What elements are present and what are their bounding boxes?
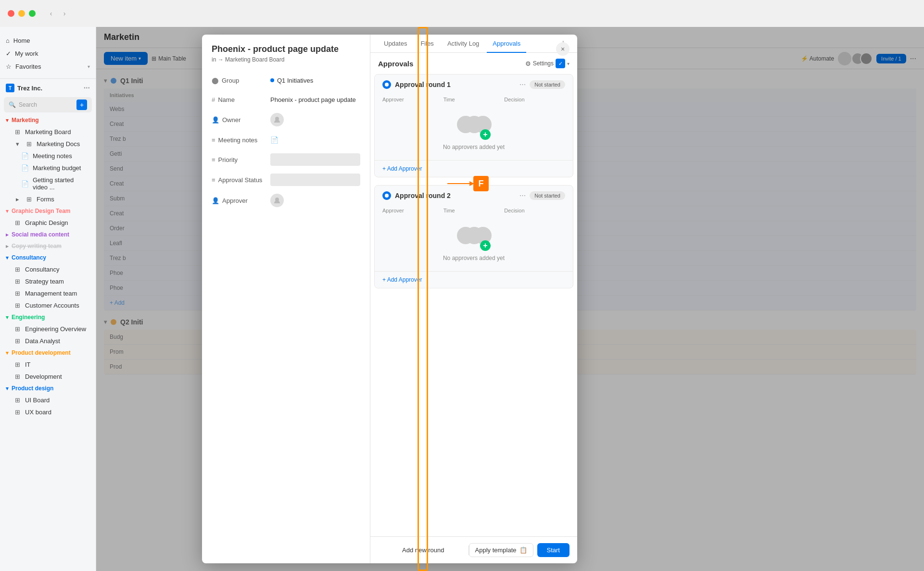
group-engineering-label: Engineering: [12, 314, 45, 321]
sidebar-item-eng-overview[interactable]: ⊞ Engineering Overview: [0, 323, 96, 335]
add-new-round-button[interactable]: Add new round: [378, 543, 468, 558]
round-col-approver-2: Approver: [382, 208, 443, 213]
annotation-arrow-line: [447, 183, 471, 184]
sidebar-item-development[interactable]: ⊞ Development: [0, 371, 96, 383]
traffic-lights: [8, 10, 36, 17]
approvals-body: Approval round 1 ··· Not started Approve…: [370, 74, 577, 536]
board-icon-des2: ⊞: [13, 409, 21, 416]
round-2-options-icon[interactable]: ···: [519, 191, 526, 200]
settings-chevron-icon: ▾: [567, 61, 570, 66]
tab-updates[interactable]: Updates: [378, 35, 413, 53]
field-priority: ≡ Priority: [202, 149, 370, 170]
sidebar-item-it[interactable]: ⊞ IT: [0, 359, 96, 371]
round-1-options-icon[interactable]: ···: [519, 80, 526, 89]
sidebar-divider: [0, 78, 96, 79]
sidebar-item-ux-board[interactable]: ⊞ UX board: [0, 406, 96, 418]
sidebar-item-customer-accounts[interactable]: ⊞ Customer Accounts: [0, 299, 96, 311]
board-icon-des1: ⊞: [13, 397, 21, 404]
board-icon-e1: ⊞: [13, 325, 21, 333]
maximize-traffic-light[interactable]: [29, 10, 36, 17]
forward-arrow[interactable]: ›: [59, 8, 70, 19]
round-2-status-badge: Not started: [530, 191, 565, 200]
apply-template-button[interactable]: Apply template 📋: [469, 543, 533, 557]
sidebar-item-graphic-design[interactable]: ⊞ Graphic Design: [0, 217, 96, 229]
main-content: Marketin New item ▾ ⊞ Main Table ⚡ Autom…: [96, 27, 924, 571]
sidebar-item-home[interactable]: ⌂ Home: [6, 35, 90, 47]
sidebar-item-ui-board[interactable]: ⊞ UI Board: [0, 394, 96, 406]
sidebar-group-copywriting[interactable]: ▸ Copy writing team: [0, 240, 96, 252]
sidebar-group-consultancy[interactable]: ▾ Consultancy: [0, 252, 96, 263]
approval-round-2: Approval round 2 ··· Not started Approve…: [374, 185, 573, 288]
field-value-name[interactable]: Phoenix - product page update: [270, 96, 360, 103]
add-board-button[interactable]: +: [76, 99, 87, 110]
sidebar-group-product-dev[interactable]: ▾ Product development: [0, 347, 96, 359]
group-graphic-label: Graphic Design Team: [12, 208, 70, 214]
no-approvers-text-2: No approvers added yet: [443, 255, 505, 261]
round-2-name: Approval round 2: [395, 192, 516, 199]
sidebar-item-marketing-board[interactable]: ⊞ Marketing Board: [0, 126, 96, 138]
sidebar-group-marketing[interactable]: ▾ Marketing: [0, 114, 96, 126]
sidebar-item-consultancy[interactable]: ⊞ Consultancy: [0, 263, 96, 275]
field-value-priority[interactable]: [270, 153, 360, 166]
sidebar-item-marketing-docs[interactable]: ▾ ⊞ Marketing Docs: [0, 138, 96, 150]
start-button[interactable]: Start: [537, 543, 570, 557]
chevron-social-icon: ▸: [6, 232, 9, 238]
workspace-options-icon[interactable]: ···: [84, 84, 90, 92]
sidebar-item-strategy[interactable]: ⊞ Strategy team: [0, 275, 96, 287]
add-approver-button-1[interactable]: + Add Approver: [375, 160, 573, 177]
minimize-traffic-light[interactable]: [18, 10, 25, 17]
add-approver-button-2[interactable]: + Add Approver: [375, 271, 573, 288]
round-2-columns: Approver Time Decision: [375, 206, 573, 217]
board-icon-c4: ⊞: [13, 302, 21, 309]
doc-icon-1: 📄: [21, 152, 29, 160]
sidebar-item-favorites[interactable]: ☆ Favorites ▾: [6, 61, 90, 73]
no-approvers-text-1: No approvers added yet: [443, 144, 505, 150]
close-traffic-light[interactable]: [8, 10, 14, 17]
workspace-logo: T: [6, 84, 14, 92]
field-label-name: # Name: [212, 96, 265, 103]
field-value-notes[interactable]: 📄: [270, 136, 360, 144]
sidebar-item-mywork[interactable]: ✓ My work: [6, 48, 90, 60]
sidebar-item-forms[interactable]: ▸ ⊞ Forms: [0, 193, 96, 205]
sidebar-group-engineering[interactable]: ▾ Engineering: [0, 311, 96, 323]
search-icon: 🔍: [9, 101, 16, 108]
sidebar-group-social[interactable]: ▸ Social media content: [0, 229, 96, 240]
chevron-copy-icon: ▸: [6, 243, 9, 249]
group-field-icon: ⬤: [212, 77, 219, 84]
board-icon-gd: ⊞: [13, 219, 21, 226]
approval-status-icon: ≡: [212, 176, 215, 184]
sidebar-item-marketing-budget[interactable]: 📄 Marketing budget: [0, 162, 96, 174]
modal-title: Phoenix - product page update: [212, 44, 360, 54]
sidebar-item-meeting-notes[interactable]: 📄 Meeting notes: [0, 150, 96, 162]
sidebar-item-getting-started[interactable]: 📄 Getting started video ...: [0, 174, 96, 193]
sidebar-item-management[interactable]: ⊞ Management team: [0, 287, 96, 299]
field-value-owner[interactable]: [270, 113, 360, 126]
round-1-header: Approval round 1 ··· Not started: [375, 74, 573, 95]
field-label-owner: 👤 Owner: [212, 116, 265, 124]
field-label-approval-status: ≡ Approval Status: [212, 176, 265, 184]
field-value-approver[interactable]: [270, 194, 360, 207]
sidebar-group-product-design[interactable]: ▾ Product design: [0, 383, 96, 394]
board-icon-e2: ⊞: [13, 337, 21, 345]
sidebar-group-graphic-design[interactable]: ▾ Graphic Design Team: [0, 205, 96, 217]
forms-icon: ⊞: [25, 196, 33, 203]
settings-button[interactable]: ⚙ Settings ✓ ▾: [525, 59, 570, 68]
modal-left-panel: Phoenix - product page update in → Marke…: [202, 35, 370, 563]
check-icon: ✓: [556, 59, 565, 68]
round-col-decision-1: Decision: [504, 97, 565, 102]
round-2-dot-inner: [385, 194, 389, 198]
tab-activity-log[interactable]: Activity Log: [442, 35, 485, 53]
back-arrow[interactable]: ‹: [45, 8, 57, 19]
tab-approvals[interactable]: Approvals: [487, 35, 526, 53]
round-1-columns: Approver Time Decision: [375, 95, 573, 106]
field-value-group[interactable]: Q1 Initiatives: [270, 77, 360, 84]
modal-footer: Add new round Apply template 📋 Start: [370, 536, 577, 563]
sidebar-item-data-analyst[interactable]: ⊞ Data Analyst: [0, 335, 96, 347]
tab-files[interactable]: Files: [415, 35, 439, 53]
add-approver-icon-2: +: [480, 240, 491, 251]
round-col-time-2: Time: [443, 208, 505, 213]
group-consultancy-label: Consultancy: [12, 254, 46, 261]
field-value-approval-status[interactable]: [270, 174, 360, 186]
close-modal-button[interactable]: ×: [556, 42, 570, 56]
round-2-status-dot: [382, 191, 391, 200]
